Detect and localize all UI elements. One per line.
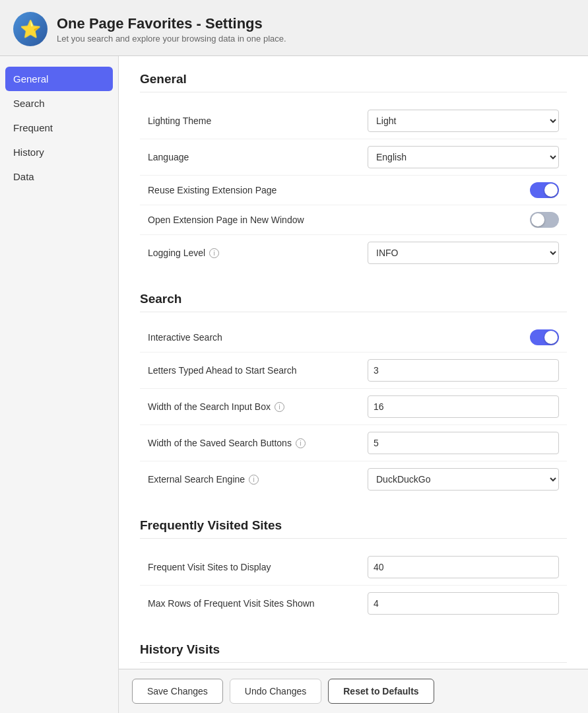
search-input-width-input[interactable]	[368, 395, 559, 418]
interactive-search-track	[530, 329, 559, 345]
external-search-engine-select[interactable]: DuckDuckGo Google Bing Yahoo	[368, 468, 559, 491]
sidebar-item-general[interactable]: General	[5, 67, 113, 91]
max-rows-frequent-row: Max Rows of Frequent Visit Sites Shown	[140, 586, 567, 621]
frequent-visit-sites-display-input[interactable]	[368, 556, 559, 578]
saved-search-buttons-width-input[interactable]	[368, 432, 559, 454]
open-new-window-label: Open Extension Page in New Window	[148, 215, 304, 225]
frequently-visited-section-title: Frequently Visited Sites	[140, 518, 567, 539]
save-changes-button[interactable]: Save Changes	[132, 679, 223, 704]
app-subtitle: Let you search and explore your browsing…	[57, 34, 286, 44]
history-visits-section-title: History Visits	[140, 642, 567, 663]
saved-search-buttons-width-label: Width of the Saved Search Buttons i	[148, 438, 306, 448]
sidebar-item-frequent[interactable]: Frequent	[0, 116, 118, 140]
search-section: Search Interactive Search Letters Typed …	[140, 292, 567, 497]
external-search-engine-label: External Search Engine i	[148, 474, 259, 485]
letters-typed-label: Letters Typed Ahead to Start Search	[148, 365, 296, 376]
app-title: One Page Favorites - Settings	[57, 15, 286, 32]
lighting-theme-select[interactable]: Light Dark System	[368, 110, 559, 132]
lighting-theme-label: Lighting Theme	[148, 116, 211, 126]
general-section-title: General	[140, 72, 567, 92]
logging-level-label: Logging Level i	[148, 248, 219, 258]
logging-level-row: Logging Level i INFO DEBUG WARN ERROR	[140, 235, 567, 271]
interactive-search-label: Interactive Search	[148, 332, 222, 343]
footer: Save Changes Undo Changes Reset to Defau…	[119, 669, 588, 713]
open-new-window-thumb	[531, 213, 544, 226]
max-rows-frequent-label: Max Rows of Frequent Visit Sites Shown	[148, 598, 315, 609]
reuse-extension-toggle[interactable]	[530, 182, 559, 198]
reuse-extension-label: Reuse Existing Extension Page	[148, 185, 277, 195]
external-search-engine-row: External Search Engine i DuckDuckGo Goog…	[140, 461, 567, 497]
saved-search-buttons-width-info-icon: i	[296, 438, 306, 448]
reuse-extension-track	[530, 182, 559, 198]
search-section-title: Search	[140, 292, 567, 312]
language-row: Language English French German Spanish	[140, 139, 567, 176]
lighting-theme-row: Lighting Theme Light Dark System	[140, 103, 567, 139]
sidebar-item-search[interactable]: Search	[0, 91, 118, 116]
search-input-width-info-icon: i	[275, 402, 284, 412]
sidebar-item-history[interactable]: History	[0, 140, 118, 164]
search-input-width-label: Width of the Search Input Box i	[148, 401, 284, 412]
frequent-visit-sites-display-label: Frequent Visit Sites to Display	[148, 562, 271, 572]
app-icon: ⭐	[13, 12, 48, 46]
interactive-search-thumb	[544, 331, 558, 344]
main-layout: General Search Frequent History Data Gen…	[0, 56, 588, 713]
reuse-extension-row: Reuse Existing Extension Page	[140, 176, 567, 205]
interactive-search-row: Interactive Search	[140, 323, 567, 353]
open-new-window-row: Open Extension Page in New Window	[140, 205, 567, 235]
saved-search-buttons-width-row: Width of the Saved Search Buttons i	[140, 425, 567, 461]
language-select[interactable]: English French German Spanish	[368, 146, 559, 168]
search-input-width-row: Width of the Search Input Box i	[140, 389, 567, 425]
logging-level-select[interactable]: INFO DEBUG WARN ERROR	[368, 242, 559, 264]
app-header: ⭐ One Page Favorites - Settings Let you …	[0, 0, 588, 56]
logging-level-info-icon: i	[209, 248, 219, 258]
reset-defaults-button[interactable]: Reset to Defaults	[328, 679, 434, 704]
content-wrapper: General Lighting Theme Light Dark System…	[119, 56, 588, 713]
general-section: General Lighting Theme Light Dark System…	[140, 72, 567, 271]
sidebar-item-data[interactable]: Data	[0, 164, 118, 189]
language-label: Language	[148, 152, 189, 162]
history-visits-section: History Visits Days of History for Frequ…	[140, 642, 567, 669]
interactive-search-toggle[interactable]	[530, 329, 559, 345]
open-new-window-track	[530, 212, 559, 228]
open-new-window-toggle[interactable]	[530, 212, 559, 228]
letters-typed-input[interactable]	[368, 359, 559, 382]
header-text: One Page Favorites - Settings Let you se…	[57, 15, 286, 44]
frequently-visited-section: Frequently Visited Sites Frequent Visit …	[140, 518, 567, 621]
letters-typed-row: Letters Typed Ahead to Start Search	[140, 353, 567, 389]
external-search-engine-info-icon: i	[249, 475, 259, 485]
settings-content: General Lighting Theme Light Dark System…	[119, 56, 588, 669]
undo-changes-button[interactable]: Undo Changes	[230, 679, 321, 704]
max-rows-frequent-input[interactable]	[368, 592, 559, 615]
frequent-visit-sites-display-row: Frequent Visit Sites to Display	[140, 549, 567, 586]
reuse-extension-thumb	[544, 184, 558, 197]
sidebar: General Search Frequent History Data	[0, 56, 119, 713]
